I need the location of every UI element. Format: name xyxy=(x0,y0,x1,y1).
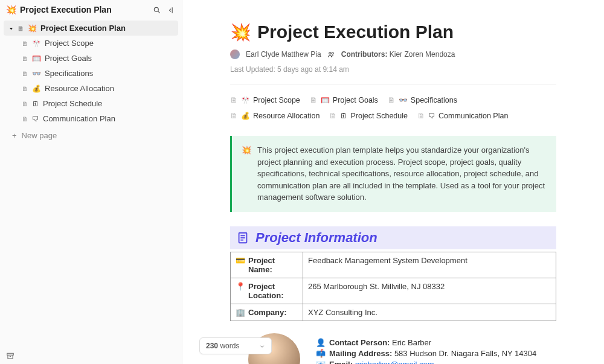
chevron-down-icon[interactable] xyxy=(8,24,14,33)
page-icon: 🗎 xyxy=(329,112,337,120)
contributors-icon xyxy=(327,50,335,59)
page-title[interactable]: 💥 Project Execution Plan xyxy=(6,5,112,14)
page-icon: 🗎 xyxy=(18,25,24,32)
item-icon: 👓 xyxy=(32,69,41,78)
row-key: Project Location: xyxy=(248,282,298,300)
item-icon: 🗓 xyxy=(32,100,39,108)
updated-info: Last Updated: 5 days ago at 9:14 am xyxy=(230,65,349,74)
tree-root-label: Project Execution Plan xyxy=(40,24,126,33)
row-icon: 🏢 xyxy=(236,308,245,317)
row-value[interactable]: Feedback Management System Development xyxy=(303,252,556,278)
sidebar-footer xyxy=(0,347,182,364)
sidebar-item-project-goals[interactable]: 🗎 🥅 Project Goals xyxy=(22,51,178,66)
project-info-table: 💳Project Name: Feedback Management Syste… xyxy=(230,252,556,321)
chip-specifications[interactable]: 🗎👓Specifications xyxy=(388,96,457,104)
contributors-label: Contributors: xyxy=(341,50,388,59)
svg-line-1 xyxy=(158,11,160,13)
contact-person: Eric Barber xyxy=(392,338,431,347)
tree-root[interactable]: 🗎 💥 Project Execution Plan xyxy=(4,21,178,36)
collapse-sidebar-icon[interactable] xyxy=(167,5,176,14)
title-icon: 💥 xyxy=(28,24,37,33)
sidebar-item-specifications[interactable]: 🗎 👓 Specifications xyxy=(22,66,178,81)
chip-label: Communication Plan xyxy=(439,112,508,120)
contact-details: 👤Contact Person: Eric Barber 📫Mailing Ad… xyxy=(316,338,536,364)
section-title[interactable]: Project Information xyxy=(255,230,378,246)
svg-marker-3 xyxy=(10,28,13,30)
chip-icon: 🗨 xyxy=(428,112,435,120)
mailing-address-line: 📫Mailing Address: 583 Hudson Dr. Niagara… xyxy=(316,349,536,358)
sidebar-item-resource-allocation[interactable]: 🗎 💰 Resource Allocation xyxy=(22,81,178,96)
contributors-group[interactable]: Contributors: Kier Zoren Mendoza xyxy=(341,50,455,59)
chip-icon: 🗓 xyxy=(340,112,347,120)
person-icon: 👤 xyxy=(316,338,326,347)
chip-project-schedule[interactable]: 🗎🗓Project Schedule xyxy=(329,112,408,120)
table-row: 📍Project Location: 265 Marlborough St. M… xyxy=(231,278,556,304)
item-icon: 💰 xyxy=(32,85,41,93)
email-link[interactable]: ericbarber@email.com xyxy=(355,360,434,364)
author-name[interactable]: Earl Clyde Matthew Pia xyxy=(246,50,321,59)
item-label: Project Schedule xyxy=(43,99,102,108)
title-icon: 💥 xyxy=(6,5,16,14)
sidebar-item-project-scope[interactable]: 🗎 🎌 Project Scope xyxy=(22,36,178,51)
page-icon: 🗎 xyxy=(22,85,28,92)
contact-block: 👤Contact Person: Eric Barber 📫Mailing Ad… xyxy=(230,333,556,365)
sidebar-header: 💥 Project Execution Plan xyxy=(0,0,182,19)
chip-communication-plan[interactable]: 🗎🗨Communication Plan xyxy=(417,112,508,120)
page-icon: 🗎 xyxy=(22,115,28,123)
search-icon[interactable] xyxy=(153,5,161,14)
callout[interactable]: 💥 This project execution plan template h… xyxy=(230,136,556,212)
page-icon: 🗎 xyxy=(230,96,238,104)
chip-label: Project Scope xyxy=(253,96,300,104)
row-key: Project Name: xyxy=(248,256,298,274)
document: 💥 Project Execution Plan Earl Clyde Matt… xyxy=(212,0,574,364)
section-header: Project Information xyxy=(230,226,556,249)
item-label: Specifications xyxy=(45,69,93,78)
row-icon: 💳 xyxy=(236,256,245,265)
email-line: 📧Email: ericbarber@email.com xyxy=(316,360,536,364)
contributors-value: Kier Zoren Mendoza xyxy=(390,50,455,59)
row-icon: 📍 xyxy=(236,282,245,291)
word-count-widget[interactable]: 230 words xyxy=(199,337,272,354)
page-icon: 🗎 xyxy=(310,96,318,104)
chip-label: Project Goals xyxy=(333,96,378,104)
chevron-down-icon xyxy=(259,342,265,350)
item-label: Resource Allocation xyxy=(45,84,114,93)
chip-icon: 🎌 xyxy=(241,96,250,104)
chip-project-scope[interactable]: 🗎🎌Project Scope xyxy=(230,96,300,104)
page-icon: 🗎 xyxy=(417,112,425,120)
item-label: Project Scope xyxy=(45,39,94,48)
svg-point-6 xyxy=(329,53,330,54)
title-row: 💥 Project Execution Plan xyxy=(230,22,556,42)
row-key: Company: xyxy=(248,308,287,317)
mailing-address: 583 Hudson Dr. Niagara Falls, NY 14304 xyxy=(394,349,536,358)
email-icon: 📧 xyxy=(316,360,326,364)
section-icon xyxy=(236,231,249,244)
page-icon: 🗎 xyxy=(22,70,28,77)
new-page-button[interactable]: + New page xyxy=(4,126,178,145)
title-emoji[interactable]: 💥 xyxy=(230,22,251,42)
subpage-chips: 🗎🎌Project Scope 🗎🥅Project Goals 🗎👓Specif… xyxy=(230,96,556,120)
chip-icon: 💰 xyxy=(241,112,250,120)
chip-label: Project Schedule xyxy=(350,112,408,120)
chip-resource-allocation[interactable]: 🗎💰Resource Allocation xyxy=(230,112,320,120)
callout-icon: 💥 xyxy=(242,144,251,203)
sidebar-item-project-schedule[interactable]: 🗎 🗓 Project Schedule xyxy=(22,96,178,111)
svg-point-0 xyxy=(154,7,158,11)
title-text: Project Execution Plan xyxy=(20,5,112,14)
row-value[interactable]: 265 Marlborough St. Millville, NJ 08332 xyxy=(303,278,556,304)
svg-point-7 xyxy=(332,53,333,54)
table-row: 💳Project Name: Feedback Management Syste… xyxy=(231,252,556,278)
table-row: 🏢Company: XYZ Consulting Inc. xyxy=(231,304,556,321)
item-icon: 🗨 xyxy=(32,115,39,123)
row-value[interactable]: XYZ Consulting Inc. xyxy=(303,304,556,321)
callout-text: This project execution plan template hel… xyxy=(257,144,547,203)
chip-project-goals[interactable]: 🗎🥅Project Goals xyxy=(310,96,378,104)
item-label: Project Goals xyxy=(45,54,92,63)
nav-tree: 🗎 💥 Project Execution Plan 🗎 🎌 Project S… xyxy=(0,19,182,347)
author-avatar[interactable] xyxy=(230,49,240,59)
doc-title[interactable]: Project Execution Plan xyxy=(257,22,454,42)
sidebar-item-communication-plan[interactable]: 🗎 🗨 Communication Plan xyxy=(22,111,178,126)
archive-icon[interactable] xyxy=(6,351,14,360)
chip-label: Resource Allocation xyxy=(253,112,320,120)
item-icon: 🥅 xyxy=(32,54,41,63)
